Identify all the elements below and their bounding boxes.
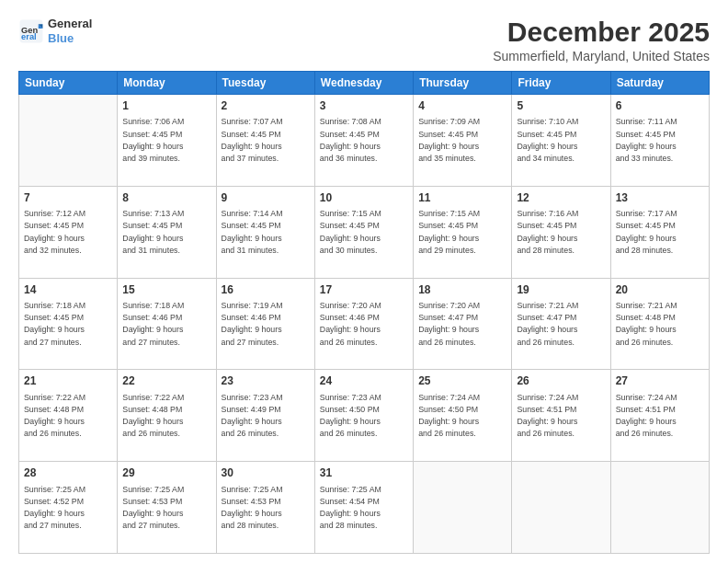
day-info: Sunrise: 7:09 AM Sunset: 4:45 PM Dayligh…	[418, 116, 506, 165]
calendar-week-2: 7Sunrise: 7:12 AM Sunset: 4:45 PM Daylig…	[19, 186, 710, 278]
day-info: Sunrise: 7:10 AM Sunset: 4:45 PM Dayligh…	[517, 116, 605, 165]
calendar-cell: 28Sunrise: 7:25 AM Sunset: 4:52 PM Dayli…	[19, 462, 118, 554]
weekday-saturday: Saturday	[610, 72, 709, 95]
weekday-monday: Monday	[118, 72, 216, 95]
calendar-week-4: 21Sunrise: 7:22 AM Sunset: 4:48 PM Dayli…	[19, 370, 710, 462]
calendar-cell: 25Sunrise: 7:24 AM Sunset: 4:50 PM Dayli…	[414, 370, 512, 462]
day-info: Sunrise: 7:22 AM Sunset: 4:48 PM Dayligh…	[122, 392, 210, 441]
calendar-cell: 14Sunrise: 7:18 AM Sunset: 4:45 PM Dayli…	[19, 278, 118, 370]
weekday-wednesday: Wednesday	[314, 72, 413, 95]
calendar-cell: 9Sunrise: 7:14 AM Sunset: 4:45 PM Daylig…	[216, 186, 314, 278]
calendar-header: SundayMondayTuesdayWednesdayThursdayFrid…	[19, 72, 710, 95]
calendar-body: 1Sunrise: 7:06 AM Sunset: 4:45 PM Daylig…	[19, 95, 710, 554]
day-info: Sunrise: 7:23 AM Sunset: 4:49 PM Dayligh…	[222, 392, 310, 441]
calendar-cell	[19, 95, 118, 187]
logo-general: General	[48, 17, 92, 31]
day-info: Sunrise: 7:15 AM Sunset: 4:45 PM Dayligh…	[320, 208, 408, 257]
day-number: 25	[418, 373, 506, 389]
day-info: Sunrise: 7:07 AM Sunset: 4:45 PM Dayligh…	[222, 116, 310, 165]
logo-text: General Blue	[48, 17, 92, 45]
weekday-tuesday: Tuesday	[216, 72, 314, 95]
day-number: 13	[616, 190, 704, 206]
logo: Gen eral General Blue	[18, 17, 92, 45]
day-number: 23	[222, 373, 310, 389]
page: Gen eral General Blue December 2025 Summ…	[0, 0, 728, 563]
calendar-cell: 13Sunrise: 7:17 AM Sunset: 4:45 PM Dayli…	[610, 186, 709, 278]
day-number: 14	[24, 282, 112, 298]
day-info: Sunrise: 7:24 AM Sunset: 4:51 PM Dayligh…	[517, 392, 605, 441]
logo-icon: Gen eral	[18, 18, 44, 44]
day-number: 31	[320, 465, 408, 481]
calendar-cell: 31Sunrise: 7:25 AM Sunset: 4:54 PM Dayli…	[314, 462, 413, 554]
day-info: Sunrise: 7:23 AM Sunset: 4:50 PM Dayligh…	[320, 392, 408, 441]
day-info: Sunrise: 7:13 AM Sunset: 4:45 PM Dayligh…	[122, 208, 210, 257]
day-number: 27	[616, 373, 704, 389]
day-number: 10	[320, 190, 408, 206]
calendar-cell: 15Sunrise: 7:18 AM Sunset: 4:46 PM Dayli…	[118, 278, 216, 370]
day-number: 21	[24, 373, 112, 389]
day-number: 12	[517, 190, 605, 206]
calendar-cell: 20Sunrise: 7:21 AM Sunset: 4:48 PM Dayli…	[610, 278, 709, 370]
day-number: 28	[24, 465, 112, 481]
day-number: 16	[222, 282, 310, 298]
day-number: 19	[517, 282, 605, 298]
calendar-cell: 30Sunrise: 7:25 AM Sunset: 4:53 PM Dayli…	[216, 462, 314, 554]
day-number: 17	[320, 282, 408, 298]
day-info: Sunrise: 7:16 AM Sunset: 4:45 PM Dayligh…	[517, 208, 605, 257]
calendar-cell: 10Sunrise: 7:15 AM Sunset: 4:45 PM Dayli…	[314, 186, 413, 278]
day-info: Sunrise: 7:11 AM Sunset: 4:45 PM Dayligh…	[616, 116, 704, 165]
calendar-cell: 19Sunrise: 7:21 AM Sunset: 4:47 PM Dayli…	[512, 278, 610, 370]
day-number: 9	[222, 190, 310, 206]
calendar-cell: 29Sunrise: 7:25 AM Sunset: 4:53 PM Dayli…	[118, 462, 216, 554]
day-info: Sunrise: 7:08 AM Sunset: 4:45 PM Dayligh…	[320, 116, 408, 165]
day-number: 8	[122, 190, 210, 206]
title-block: December 2025 Summerfield, Maryland, Uni…	[493, 17, 710, 63]
day-info: Sunrise: 7:12 AM Sunset: 4:45 PM Dayligh…	[24, 208, 112, 257]
calendar-week-3: 14Sunrise: 7:18 AM Sunset: 4:45 PM Dayli…	[19, 278, 710, 370]
calendar-cell: 17Sunrise: 7:20 AM Sunset: 4:46 PM Dayli…	[314, 278, 413, 370]
calendar-week-5: 28Sunrise: 7:25 AM Sunset: 4:52 PM Dayli…	[19, 462, 710, 554]
calendar-cell	[414, 462, 512, 554]
calendar-cell: 3Sunrise: 7:08 AM Sunset: 4:45 PM Daylig…	[314, 95, 413, 187]
day-info: Sunrise: 7:15 AM Sunset: 4:45 PM Dayligh…	[418, 208, 506, 257]
calendar-cell: 21Sunrise: 7:22 AM Sunset: 4:48 PM Dayli…	[19, 370, 118, 462]
calendar-cell: 4Sunrise: 7:09 AM Sunset: 4:45 PM Daylig…	[414, 95, 512, 187]
calendar-cell	[610, 462, 709, 554]
day-number: 11	[418, 190, 506, 206]
calendar-cell: 11Sunrise: 7:15 AM Sunset: 4:45 PM Dayli…	[414, 186, 512, 278]
day-number: 4	[418, 98, 506, 114]
calendar-cell: 16Sunrise: 7:19 AM Sunset: 4:46 PM Dayli…	[216, 278, 314, 370]
day-info: Sunrise: 7:25 AM Sunset: 4:54 PM Dayligh…	[320, 484, 408, 533]
day-info: Sunrise: 7:21 AM Sunset: 4:47 PM Dayligh…	[517, 300, 605, 349]
day-info: Sunrise: 7:17 AM Sunset: 4:45 PM Dayligh…	[616, 208, 704, 257]
calendar-cell: 7Sunrise: 7:12 AM Sunset: 4:45 PM Daylig…	[19, 186, 118, 278]
day-info: Sunrise: 7:20 AM Sunset: 4:47 PM Dayligh…	[418, 300, 506, 349]
weekday-thursday: Thursday	[414, 72, 512, 95]
day-number: 20	[616, 282, 704, 298]
day-info: Sunrise: 7:24 AM Sunset: 4:50 PM Dayligh…	[418, 392, 506, 441]
calendar-cell: 2Sunrise: 7:07 AM Sunset: 4:45 PM Daylig…	[216, 95, 314, 187]
calendar-cell: 8Sunrise: 7:13 AM Sunset: 4:45 PM Daylig…	[118, 186, 216, 278]
day-info: Sunrise: 7:19 AM Sunset: 4:46 PM Dayligh…	[222, 300, 310, 349]
header: Gen eral General Blue December 2025 Summ…	[18, 17, 710, 63]
day-info: Sunrise: 7:25 AM Sunset: 4:52 PM Dayligh…	[24, 484, 112, 533]
day-info: Sunrise: 7:14 AM Sunset: 4:45 PM Dayligh…	[222, 208, 310, 257]
day-number: 1	[122, 98, 210, 114]
day-info: Sunrise: 7:18 AM Sunset: 4:45 PM Dayligh…	[24, 300, 112, 349]
calendar-cell: 1Sunrise: 7:06 AM Sunset: 4:45 PM Daylig…	[118, 95, 216, 187]
calendar-table: SundayMondayTuesdayWednesdayThursdayFrid…	[18, 71, 710, 554]
calendar-cell: 12Sunrise: 7:16 AM Sunset: 4:45 PM Dayli…	[512, 186, 610, 278]
weekday-sunday: Sunday	[19, 72, 118, 95]
day-number: 26	[517, 373, 605, 389]
calendar-week-1: 1Sunrise: 7:06 AM Sunset: 4:45 PM Daylig…	[19, 95, 710, 187]
day-number: 3	[320, 98, 408, 114]
day-number: 18	[418, 282, 506, 298]
day-number: 24	[320, 373, 408, 389]
day-number: 29	[122, 465, 210, 481]
weekday-friday: Friday	[512, 72, 610, 95]
calendar-cell: 5Sunrise: 7:10 AM Sunset: 4:45 PM Daylig…	[512, 95, 610, 187]
day-info: Sunrise: 7:06 AM Sunset: 4:45 PM Dayligh…	[122, 116, 210, 165]
day-number: 6	[616, 98, 704, 114]
logo-blue: Blue	[48, 31, 92, 46]
day-info: Sunrise: 7:25 AM Sunset: 4:53 PM Dayligh…	[122, 484, 210, 533]
